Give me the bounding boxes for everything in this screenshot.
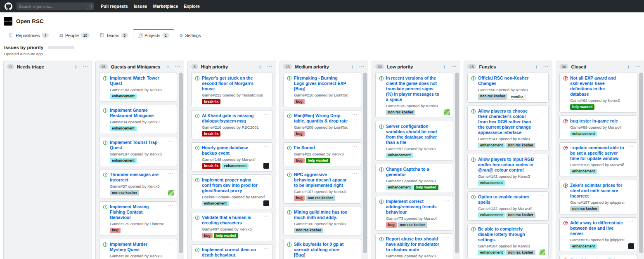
card-menu-button[interactable]: ···: [168, 75, 173, 79]
card-menu-button[interactable]: ···: [444, 167, 450, 170]
issue-title-link[interactable]: Zeke's scimitar prices for steel and mit…: [570, 183, 625, 199]
column-menu-button[interactable]: ···: [267, 64, 272, 69]
column-scrollbar-thumb[interactable]: [455, 73, 459, 253]
issue-title-link[interactable]: Man(Men) Wrong Drop table, quantity & dr…: [294, 113, 348, 124]
card-menu-button[interactable]: ···: [168, 204, 173, 207]
card-menu-button[interactable]: ···: [263, 75, 269, 79]
issue-card[interactable]: ::update command able to be set a specif…: [559, 142, 637, 177]
issue-card[interactable]: Allow players to input RGB and/or hex co…: [467, 154, 549, 188]
issue-card[interactable]: bug tester in-game role···Game#89 opened…: [559, 115, 637, 139]
column-menu-button[interactable]: ···: [635, 64, 641, 69]
card-menu-button[interactable]: ···: [352, 113, 358, 116]
issue-title-link[interactable]: Thrander messages are incorrect: [110, 172, 164, 183]
card-menu-button[interactable]: ···: [352, 75, 358, 79]
issue-title-link[interactable]: Be able to completely disable lottery th…: [478, 226, 536, 243]
card-menu-button[interactable]: ···: [168, 108, 173, 111]
card-menu-button[interactable]: ···: [628, 145, 634, 148]
issue-title-link[interactable]: Server configuration variables should be…: [386, 124, 440, 145]
issue-title-link[interactable]: In recent versions of the client the gam…: [386, 75, 440, 102]
issue-card[interactable]: Validate that a human is creating charac…: [191, 212, 272, 241]
issue-card[interactable]: Man(Men) Wrong Drop table, quantity & dr…: [283, 110, 361, 139]
issue-card[interactable]: Al Kharid gate is missing dialogue/syste…: [191, 110, 272, 139]
column-scrollbar-thumb[interactable]: [179, 73, 183, 253]
add-card-button[interactable]: +: [166, 64, 170, 69]
add-card-button[interactable]: +: [627, 64, 630, 69]
column-menu-button[interactable]: ···: [359, 64, 365, 69]
issue-card[interactable]: Fix Sound···Game#22 opened by Kenix3bugh…: [283, 142, 361, 166]
card-menu-button[interactable]: ···: [628, 220, 634, 224]
issue-card[interactable]: Implement Gnome Restaurant Minigame···Ga…: [99, 105, 177, 134]
card-menu-button[interactable]: ···: [352, 172, 358, 175]
issue-title-link[interactable]: Change Captcha to a generator: [386, 167, 440, 177]
issue-card[interactable]: Zeke's scimitar prices for steel and mit…: [559, 180, 637, 214]
issue-card[interactable]: Change Captcha to a generator···Game#21 …: [375, 164, 453, 193]
column-menu-button[interactable]: ···: [451, 64, 457, 69]
issue-card[interactable]: Allow players to choose their character'…: [467, 106, 549, 151]
issue-card[interactable]: Report abuse box should have ability for…: [375, 233, 453, 259]
issue-card[interactable]: Mining guild mine has too much mith and …: [283, 207, 361, 236]
issue-card[interactable]: Implement proper nginx conf from dev int…: [191, 174, 272, 209]
issue-card[interactable]: Official RSC non-Kosher Changes···Game#5…: [467, 73, 549, 103]
issue-title-link[interactable]: Option to enable custom spells: [478, 194, 536, 205]
card-menu-button[interactable]: ···: [444, 199, 450, 202]
issue-card[interactable]: Server configuration variables should be…: [375, 121, 453, 161]
issue-card[interactable]: Thrander messages are incorrect···Game#5…: [99, 169, 177, 198]
issue-card[interactable]: Option to enable custom spells···Game#12…: [467, 191, 549, 221]
tab-teams[interactable]: Teams5: [95, 30, 133, 41]
tab-repositories[interactable]: Repositories4: [4, 30, 54, 41]
issue-card[interactable]: Add a way to differentiate between dev a…: [559, 217, 637, 252]
column-scrollbar-thumb[interactable]: [639, 73, 643, 253]
card-menu-button[interactable]: ···: [540, 157, 545, 160]
issue-card[interactable]: Not all EXP award and skill events have …: [559, 73, 637, 113]
issue-title-link[interactable]: Implement correct adding/removing friend…: [386, 199, 440, 215]
card-menu-button[interactable]: ···: [168, 172, 173, 175]
issue-card[interactable]: Implement Watch Tower Quest···Game#183 o…: [99, 73, 177, 102]
add-card-button[interactable]: +: [258, 64, 262, 69]
column-menu-button[interactable]: ···: [543, 64, 549, 69]
issue-title-link[interactable]: Implement correct item on death behaviou…: [202, 247, 260, 258]
issue-title-link[interactable]: Fix Sound: [294, 145, 348, 151]
issue-title-link[interactable]: Implement Tourist Trap Quest: [110, 140, 164, 151]
issue-title-link[interactable]: Allow players to input RGB and/or hex co…: [478, 157, 536, 173]
issue-card[interactable]: Implement Missing Fishing Contest Behavi…: [99, 201, 177, 236]
issue-card[interactable]: Implement Tourist Trap Quest···Game#197 …: [99, 137, 177, 166]
add-card-button[interactable]: +: [443, 64, 446, 69]
github-logo-icon[interactable]: [4, 2, 12, 10]
issue-card[interactable]: Rats (big and small) drop rat tails almo…: [559, 255, 637, 259]
issue-title-link[interactable]: Official RSC non-Kosher Changes: [478, 75, 536, 86]
issue-card[interactable]: Silk buy/sells for 0 gp at varrock cloth…: [283, 239, 361, 259]
card-menu-button[interactable]: ···: [444, 124, 450, 127]
issue-card[interactable]: Firemaking - Burning Logs gives incorrec…: [283, 73, 361, 107]
issue-card[interactable]: Implement Murder Mystery Quest···Game#18…: [99, 239, 177, 259]
issue-title-link[interactable]: Add a way to differentiate between dev a…: [570, 220, 625, 236]
org-avatar[interactable]: Open RSC: [4, 17, 12, 26]
issue-title-link[interactable]: Implement Gnome Restaurant Minigame: [110, 108, 164, 118]
issue-title-link[interactable]: Not all EXP award and skill events have …: [570, 75, 625, 97]
add-card-button[interactable]: +: [350, 64, 354, 69]
card-menu-button[interactable]: ···: [540, 194, 545, 198]
nav-item-issues[interactable]: Issues: [134, 4, 147, 9]
nav-item-explore[interactable]: Explore: [184, 4, 200, 9]
issue-title-link[interactable]: Implement Watch Tower Quest: [110, 75, 164, 86]
card-menu-button[interactable]: ···: [168, 140, 173, 143]
card-menu-button[interactable]: ···: [263, 177, 269, 181]
issue-title-link[interactable]: Silk buy/sells for 0 gp at varrock cloth…: [294, 242, 348, 258]
issue-title-link[interactable]: Implement Murder Mystery Quest: [110, 242, 164, 252]
card-menu-button[interactable]: ···: [263, 247, 269, 250]
search-input[interactable]: Search or jump to... /: [17, 2, 94, 10]
card-menu-button[interactable]: ···: [168, 242, 173, 245]
issue-title-link[interactable]: Implement proper nginx conf from dev int…: [202, 177, 260, 193]
tab-projects[interactable]: Projects1: [133, 29, 174, 41]
issue-card[interactable]: Implement correct item on death behaviou…: [191, 244, 272, 259]
issue-title-link[interactable]: Implement Missing Fishing Contest Behavi…: [110, 204, 164, 220]
issue-card[interactable]: Hourly game database backup event···Game…: [191, 142, 272, 172]
issue-title-link[interactable]: Validate that a human is creating charac…: [202, 215, 260, 226]
issue-title-link[interactable]: ::update command able to be set a specif…: [570, 145, 625, 161]
issue-card[interactable]: NPC aggressive behaviour doesn't appear …: [283, 169, 361, 204]
card-menu-button[interactable]: ···: [628, 183, 634, 186]
issue-card[interactable]: Player's get stuck on the second floor o…: [191, 73, 272, 107]
issue-card[interactable]: Be able to completely disable lottery th…: [467, 224, 549, 258]
issue-title-link[interactable]: Allow players to choose their character'…: [478, 108, 536, 135]
issue-title-link[interactable]: Hourly game database backup event: [202, 145, 260, 156]
card-menu-button[interactable]: ···: [444, 75, 450, 79]
